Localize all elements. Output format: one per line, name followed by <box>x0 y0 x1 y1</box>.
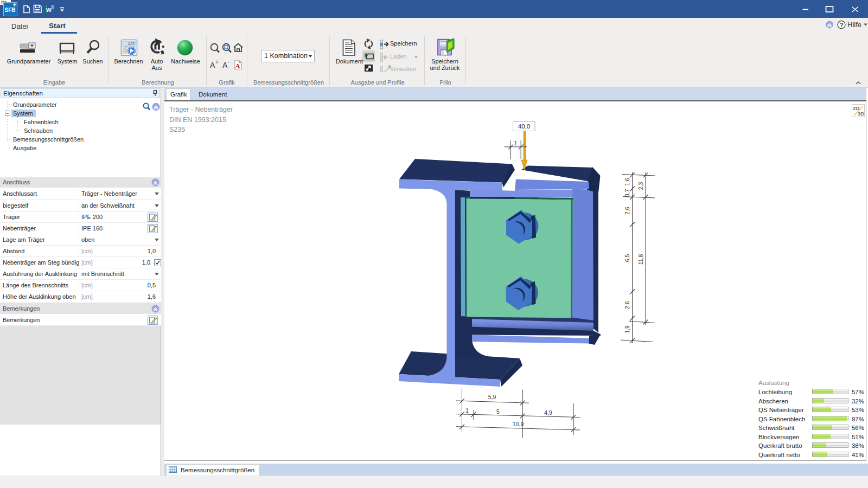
svg-text:1,9: 1,9 <box>624 325 630 333</box>
svg-text:6,5: 6,5 <box>624 254 630 262</box>
svg-text:4,9: 4,9 <box>544 409 552 416</box>
svg-text:5,9: 5,9 <box>488 394 496 400</box>
svg-text:2,6: 2,6 <box>624 301 630 309</box>
svg-text:11,8: 11,8 <box>637 254 644 265</box>
svg-text:1: 1 <box>514 140 518 146</box>
svg-text:2,3: 2,3 <box>637 182 644 190</box>
svg-text:1: 1 <box>465 407 469 414</box>
svg-text:1,6: 1,6 <box>624 178 630 186</box>
svg-text:10,9: 10,9 <box>513 421 524 427</box>
svg-text:5: 5 <box>496 408 500 415</box>
svg-text:40,0: 40,0 <box>518 123 530 130</box>
svg-text:0,7: 0,7 <box>624 189 630 197</box>
svg-text:2,6: 2,6 <box>624 207 630 215</box>
